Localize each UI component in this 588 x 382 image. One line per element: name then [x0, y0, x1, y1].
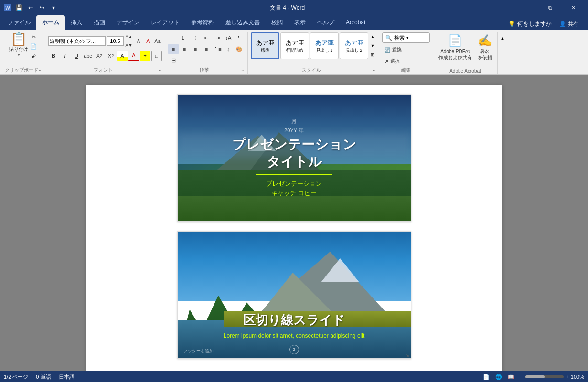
highlight-button[interactable]: A [117, 51, 128, 61]
select-button[interactable]: ↗ 選択 [382, 56, 402, 66]
format-painter-button[interactable]: 🖌 [29, 52, 38, 60]
tab-review[interactable]: 校閲 [266, 15, 289, 30]
replace-label: 置換 [392, 46, 402, 53]
clear-format-button[interactable]: A [134, 37, 143, 45]
tab-layout[interactable]: レイアウト [145, 15, 185, 30]
subscript-button[interactable]: X2 [94, 51, 105, 61]
font-size-input[interactable] [107, 36, 124, 46]
style-scroll-controls: ▲ ▼ ⊞ [369, 32, 376, 59]
tab-references[interactable]: 参考資料 [185, 15, 220, 30]
style-scroll-up[interactable]: ▲ [369, 32, 376, 41]
text-background-button[interactable]: ✦ [140, 51, 150, 61]
italic-button[interactable]: I [60, 51, 70, 61]
styles-expander[interactable]: ⌄ [372, 67, 376, 72]
multilevel-list-button[interactable]: ⫶ [190, 32, 201, 43]
copy-button[interactable]: 📄 [29, 42, 38, 51]
strikethrough-button[interactable]: abc [83, 51, 93, 61]
search-box[interactable]: 🔍 検索 ▾ [382, 32, 430, 43]
slide-1: 月 20YY 年 プレゼンテーションタイトル プレゼンテーション キャッチ コピ… [177, 94, 411, 222]
font-label: フォント [48, 66, 158, 74]
editing-group: 🔍 検索 ▾ 🔄 置換 ↗ 選択 編集 [379, 32, 433, 74]
decrease-font-button[interactable]: A▼ [125, 41, 133, 50]
style-normal-preview: あア亜 [256, 39, 275, 47]
sort-button[interactable]: ↕A [223, 32, 234, 43]
slide-2-resize-handle[interactable]: ↘ [406, 353, 410, 357]
tab-view[interactable]: 表示 [289, 15, 311, 30]
tab-home[interactable]: ホーム [36, 15, 65, 30]
style-normal[interactable]: あア亜 標準 [251, 32, 279, 59]
style-expand[interactable]: ⊞ [369, 51, 376, 59]
share-button[interactable]: 👤 共有 [556, 18, 582, 30]
line-spacing-button[interactable]: ↕ [223, 44, 234, 54]
justify-button[interactable]: ≡ [201, 44, 212, 54]
show-marks-button[interactable]: ¶ [234, 32, 245, 43]
replace-button[interactable]: 🔄 置換 [382, 45, 404, 54]
bullet-list-button[interactable]: ≡ [168, 32, 179, 43]
bold-button[interactable]: B [48, 51, 59, 61]
text-effect-button[interactable]: A [144, 37, 152, 45]
superscript-button[interactable]: X2 [106, 51, 116, 61]
text-border-button[interactable]: □ [151, 51, 162, 61]
align-right-button[interactable]: ≡ [190, 44, 201, 54]
numbered-list-button[interactable]: 1≡ [179, 32, 190, 43]
tab-insert[interactable]: 挿入 [65, 15, 88, 30]
language: 日本語 [59, 373, 75, 381]
paste-button[interactable]: 📋 貼り付け ▾ [9, 32, 28, 57]
styles-gallery: あア亜 標準 あア亜 行間詰め あア亜 見出し 1 あア亜 見出し 2 [251, 32, 368, 59]
zoom-slider[interactable] [525, 375, 564, 378]
slide-2-content-area: 区切り線スライド Lorem ipsum dolor sit amet, con… [178, 232, 411, 358]
style-heading2-label: 見出し 2 [346, 47, 363, 53]
sign-button[interactable]: ✍ 署名を依頼 [475, 32, 494, 62]
tab-mailings[interactable]: 差し込み文書 [220, 15, 266, 30]
tab-help[interactable]: ヘルプ [311, 15, 340, 30]
search-dropdown[interactable]: ▾ [406, 35, 409, 40]
style-heading1[interactable]: あア亜 見出し 1 [310, 32, 339, 59]
font-color-button[interactable]: A [128, 51, 139, 61]
style-scroll-down[interactable]: ▼ [369, 42, 376, 50]
decrease-indent-button[interactable]: ⇤ [201, 32, 212, 43]
replace-icon: 🔄 [385, 47, 390, 53]
align-left-button[interactable]: ≡ [168, 44, 179, 54]
underline-button[interactable]: U [71, 51, 82, 61]
undo-button[interactable]: ↩ [26, 3, 35, 12]
redo-button[interactable]: ↪ [37, 3, 47, 12]
print-layout-button[interactable]: 📄 [481, 373, 492, 381]
editing-content: 🔍 検索 ▾ 🔄 置換 ↗ 選択 [382, 32, 430, 66]
minimize-button[interactable]: ─ [516, 0, 538, 15]
collapse-ribbon-button[interactable]: ▲ [498, 33, 507, 43]
font-expander[interactable]: ⌄ [158, 67, 162, 72]
column-button[interactable]: ⋮≡ [212, 44, 223, 54]
search-icon: 🔍 [385, 35, 392, 41]
tab-design[interactable]: デザイン [111, 15, 145, 30]
zoom-out-button[interactable]: ─ [520, 374, 524, 380]
style-heading2[interactable]: あア亜 見出し 2 [340, 32, 368, 59]
style-compact[interactable]: あア亜 行間詰め [280, 32, 309, 59]
font-name-input[interactable] [48, 36, 106, 46]
shading-button[interactable]: 🎨 [234, 44, 245, 54]
close-button[interactable]: ✕ [562, 0, 584, 15]
share-label: 共有 [568, 21, 578, 28]
cut-button[interactable]: ✂ [29, 32, 38, 41]
slide-1-content-area: 月 20YY 年 プレゼンテーションタイトル プレゼンテーション キャッチ コピ… [178, 95, 411, 221]
tab-acrobat[interactable]: Acrobat [340, 15, 371, 30]
increase-font-button[interactable]: A▲ [125, 32, 133, 41]
acrobat-group: 📄 Adobe PDFの作成および共有 ✍ 署名を依頼 Adobe Acroba… [433, 32, 498, 74]
search-label: 検索 [394, 34, 405, 42]
restore-button[interactable]: ⧉ [539, 0, 561, 15]
zoom-in-button[interactable]: + [566, 374, 568, 380]
font-more-button[interactable]: Aa [153, 37, 162, 45]
slide-2: 区切り線スライド Lorem ipsum dolor sit amet, con… [177, 231, 411, 359]
tab-file[interactable]: ファイル [2, 15, 36, 30]
paragraph-expander[interactable]: ⌄ [241, 67, 245, 72]
tab-draw[interactable]: 描画 [88, 15, 111, 30]
align-center-button[interactable]: ≡ [179, 44, 190, 54]
web-layout-button[interactable]: 🌐 [493, 373, 504, 381]
customize-button[interactable]: ▾ [49, 3, 58, 12]
save-button[interactable]: 💾 [14, 3, 24, 12]
clipboard-expander[interactable]: ⌄ [38, 67, 42, 72]
increase-indent-button[interactable]: ⇥ [212, 32, 223, 43]
paste-dropdown-icon[interactable]: ▾ [18, 53, 20, 57]
read-mode-button[interactable]: 📖 [506, 373, 516, 381]
adobe-pdf-button[interactable]: 📄 Adobe PDFの作成および共有 [436, 32, 474, 62]
border-button[interactable]: ⊟ [168, 55, 179, 65]
